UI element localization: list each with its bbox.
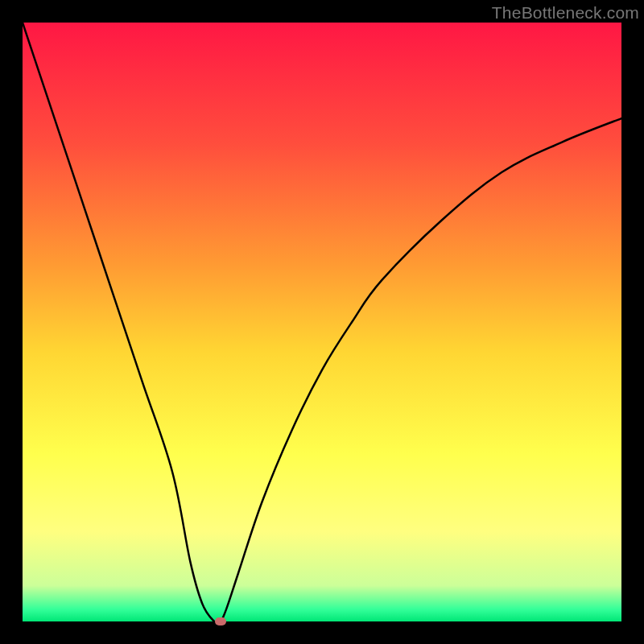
optimum-marker [215, 617, 226, 625]
bottleneck-curve [23, 23, 621, 621]
chart-frame: TheBottleneck.com [0, 0, 644, 644]
watermark-text: TheBottleneck.com [492, 3, 639, 23]
chart-plot-area [23, 23, 621, 621]
